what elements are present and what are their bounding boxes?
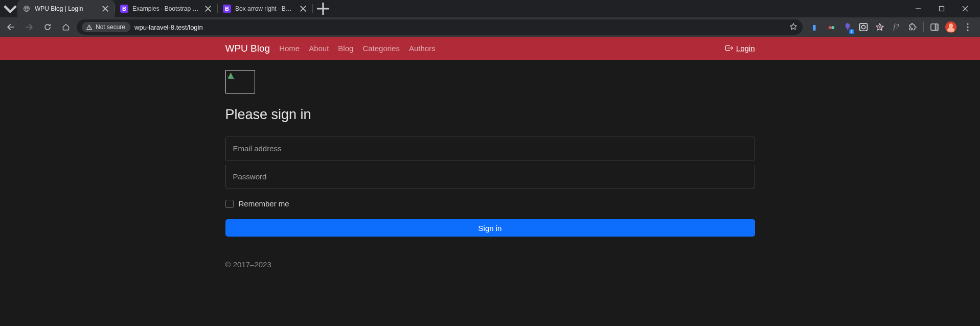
nav-link-blog[interactable]: Blog: [338, 44, 353, 53]
brand[interactable]: WPU Blog: [225, 43, 270, 54]
new-tab-button[interactable]: [316, 2, 330, 16]
side-panel-button[interactable]: [929, 21, 940, 33]
tabs-dropdown-button[interactable]: [3, 2, 17, 16]
svg-rect-8: [936, 24, 938, 31]
back-button[interactable]: [3, 19, 18, 35]
browser-chrome: WPU Blog | Login B Examples · Bootstrap …: [0, 0, 980, 37]
nav-link-home[interactable]: Home: [279, 44, 300, 53]
box-arrow-right-icon: [725, 44, 733, 53]
reload-button[interactable]: [40, 19, 55, 35]
bootstrap-icon: B: [223, 5, 231, 13]
svg-rect-4: [860, 24, 868, 31]
bookmark-star-icon[interactable]: [789, 22, 797, 32]
tab-separator: [312, 4, 313, 13]
nav-login-label: Login: [736, 44, 755, 53]
extension-icon[interactable]: [858, 21, 869, 33]
copyright-text: © 2017–2023: [225, 260, 755, 269]
svg-rect-2: [940, 7, 944, 11]
tab-title: WPU Blog | Login: [35, 5, 97, 12]
globe-icon: [22, 5, 31, 13]
svg-point-11: [967, 29, 968, 31]
extension-icon[interactable]: 8: [841, 21, 853, 33]
svg-point-5: [861, 25, 865, 29]
form-heading: Please sign in: [225, 107, 755, 123]
site-navbar: WPU Blog Home About Blog Categories Auth…: [0, 37, 980, 60]
url-text: wpu-laravel-8.test/login: [134, 24, 203, 31]
tab-title: Box arrow right · Bootstrap Icons: [235, 5, 295, 12]
not-secure-chip[interactable]: Not secure: [82, 22, 130, 32]
remember-me-checkbox[interactable]: [225, 200, 234, 208]
sign-in-button[interactable]: Sign in: [225, 219, 755, 237]
broken-image-placeholder: [225, 70, 255, 94]
remember-me-row: Remember me: [225, 199, 755, 208]
email-input[interactable]: [225, 136, 755, 160]
svg-point-6: [879, 26, 881, 28]
nav-link-about[interactable]: About: [309, 44, 329, 53]
home-button[interactable]: [58, 19, 74, 35]
address-bar[interactable]: Not secure wpu-laravel-8.test/login: [77, 19, 803, 35]
nav-link-authors[interactable]: Authors: [409, 44, 436, 53]
browser-toolbar: Not secure wpu-laravel-8.test/login ▮ ●●…: [0, 17, 980, 37]
browser-tab[interactable]: B Box arrow right · Bootstrap Icons: [218, 0, 312, 17]
not-secure-label: Not secure: [96, 24, 125, 31]
toolbar-separator: [923, 22, 924, 32]
extension-icon[interactable]: f?: [891, 21, 902, 33]
login-form-container: Please sign in Remember me Sign in © 201…: [219, 60, 761, 269]
extension-icon[interactable]: ●●: [825, 21, 836, 33]
svg-point-9: [967, 23, 968, 25]
forward-button[interactable]: [21, 19, 37, 35]
browser-tab[interactable]: B Examples · Bootstrap v5.3: [115, 0, 217, 17]
window-maximize-button[interactable]: [930, 0, 953, 17]
close-icon[interactable]: [101, 5, 109, 13]
chrome-menu-button[interactable]: [962, 23, 974, 31]
tab-strip: WPU Blog | Login B Examples · Bootstrap …: [0, 0, 980, 17]
window-controls: [906, 0, 977, 17]
nav-login-link[interactable]: Login: [725, 44, 755, 53]
extension-icon[interactable]: [874, 21, 885, 33]
page-viewport: WPU Blog Home About Blog Categories Auth…: [0, 37, 980, 326]
extension-icons: ▮ ●● 8 f?: [806, 21, 977, 33]
nav-link-categories[interactable]: Categories: [362, 44, 400, 53]
remember-me-label: Remember me: [239, 199, 289, 208]
browser-tab-active[interactable]: WPU Blog | Login: [17, 0, 115, 17]
extensions-button[interactable]: [907, 21, 918, 33]
close-icon[interactable]: [299, 5, 307, 13]
window-minimize-button[interactable]: [906, 0, 930, 17]
window-close-button[interactable]: [953, 0, 977, 17]
svg-point-3: [89, 28, 89, 29]
svg-point-10: [967, 26, 968, 28]
close-icon[interactable]: [204, 5, 212, 13]
extension-icon[interactable]: ▮: [809, 21, 820, 33]
bootstrap-icon: B: [120, 5, 128, 13]
tab-title: Examples · Bootstrap v5.3: [132, 5, 200, 12]
password-input[interactable]: [225, 165, 755, 189]
profile-avatar[interactable]: [945, 21, 956, 33]
